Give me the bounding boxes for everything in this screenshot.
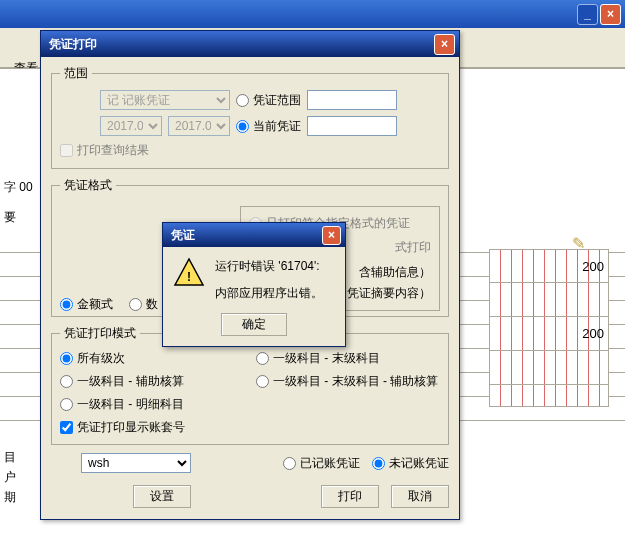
user-select[interactable]: wsh (81, 453, 191, 473)
dialog-close-button[interactable]: × (434, 34, 455, 55)
error-line1: 运行时错误 '61704': (215, 257, 323, 276)
all-levels-label: 所有级次 (60, 350, 244, 367)
range-label-text: 凭证范围 (253, 92, 301, 109)
all-levels-radio[interactable] (60, 352, 73, 365)
posted-text: 已记账凭证 (300, 455, 360, 472)
lvl1-detail-radio[interactable] (60, 398, 73, 411)
ledger-grid: 200 200 (489, 249, 609, 407)
lvl1-detail-label: 一级科目 - 明细科目 (60, 396, 244, 413)
posted-radio[interactable] (283, 457, 296, 470)
grid-cell (489, 385, 609, 407)
voucher-type-select: 记 记账凭证 (100, 90, 230, 110)
amount-radio-label: 金额式 (60, 296, 113, 313)
lvl1-last-radio[interactable] (256, 352, 269, 365)
svg-text:!: ! (187, 270, 191, 284)
all-levels-text: 所有级次 (77, 350, 125, 367)
print-query-checkbox-label: 打印查询结果 (60, 142, 149, 159)
settings-button[interactable]: 设置 (133, 485, 191, 508)
grid-cell: 200 (489, 249, 609, 283)
qty-radio-label: 数 (129, 296, 158, 313)
ledger-zi: 字 (4, 180, 16, 194)
error-ok-button[interactable]: 确定 (221, 313, 287, 336)
lvl1-last-text: 一级科目 - 末级科目 (273, 350, 380, 367)
ledger-yao: 要 (4, 209, 16, 226)
grid-cell: 200 (489, 317, 609, 351)
print-query-checkbox (60, 144, 73, 157)
unposted-radio[interactable] (372, 457, 385, 470)
current-label-text: 当前凭证 (253, 118, 301, 135)
qty-text: 数 (146, 296, 158, 313)
close-button[interactable]: × (600, 4, 621, 25)
lvl1-last-aux-label: 一级科目 - 末级科目 - 辅助核算 (256, 373, 440, 390)
ledger-hu: 户 (4, 469, 16, 486)
error-line2: 内部应用程序出错。 (215, 284, 323, 303)
format-legend: 凭证格式 (60, 177, 116, 194)
ledger-qi: 期 (4, 489, 16, 506)
warning-icon: ! (173, 257, 205, 303)
range-input[interactable] (307, 90, 397, 110)
show-set-no-checkbox[interactable] (60, 421, 73, 434)
posted-label: 已记账凭证 (283, 455, 360, 472)
qty-radio[interactable] (129, 298, 142, 311)
date-to-select: 2017.01 (168, 116, 230, 136)
print-query-text: 打印查询结果 (77, 142, 149, 159)
cancel-button[interactable]: 取消 (391, 485, 449, 508)
error-titlebar: 凭证 × (163, 223, 345, 247)
grid-cell (489, 351, 609, 385)
amount-radio[interactable] (60, 298, 73, 311)
current-radio[interactable] (236, 120, 249, 133)
lvl1-aux-radio[interactable] (60, 375, 73, 388)
range-radio-label: 凭证范围 (236, 92, 301, 109)
lvl1-aux-text: 一级科目 - 辅助核算 (77, 373, 184, 390)
show-set-no-label: 凭证打印显示账套号 (60, 419, 440, 436)
error-close-button[interactable]: × (322, 226, 341, 245)
show-set-no-text: 凭证打印显示账套号 (77, 419, 185, 436)
lvl1-detail-text: 一级科目 - 明细科目 (77, 396, 184, 413)
minimize-button[interactable]: _ (577, 4, 598, 25)
date-from-select: 2017.01 (100, 116, 162, 136)
current-radio-label: 当前凭证 (236, 118, 301, 135)
scope-fieldset: 范围 记 记账凭证 凭证范围 2017.01 2017.01 当前凭证 打印查询… (51, 65, 449, 169)
amount-text: 金额式 (77, 296, 113, 313)
grid-cell (489, 283, 609, 317)
unposted-label: 未记账凭证 (372, 455, 449, 472)
lvl1-last-aux-radio[interactable] (256, 375, 269, 388)
lvl1-last-aux-text: 一级科目 - 末级科目 - 辅助核算 (273, 373, 438, 390)
print-button[interactable]: 打印 (321, 485, 379, 508)
lvl1-aux-label: 一级科目 - 辅助核算 (60, 373, 244, 390)
error-dialog: 凭证 × ! 运行时错误 '61704': 内部应用程序出错。 确定 (162, 222, 346, 347)
error-title: 凭证 (171, 227, 195, 244)
ledger-num: 00 (19, 180, 32, 194)
dialog-title: 凭证打印 (49, 36, 97, 53)
ledger-mu: 目 (4, 449, 16, 466)
unposted-text: 未记账凭证 (389, 455, 449, 472)
dialog-titlebar: 凭证打印 × (41, 31, 459, 57)
mode-legend: 凭证打印模式 (60, 325, 140, 342)
app-titlebar: _ × (0, 0, 625, 28)
range-radio[interactable] (236, 94, 249, 107)
current-input[interactable] (307, 116, 397, 136)
lvl1-last-label: 一级科目 - 末级科目 (256, 350, 440, 367)
scope-legend: 范围 (60, 65, 92, 82)
